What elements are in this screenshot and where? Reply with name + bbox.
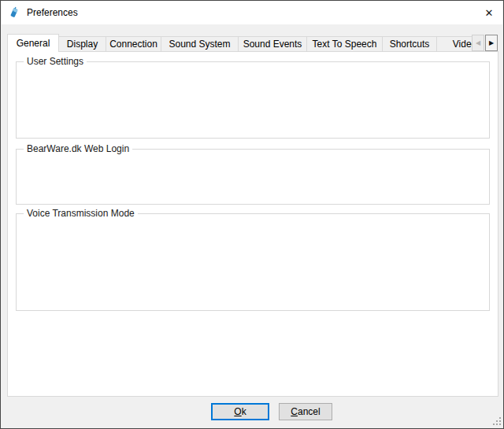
tab-text-to-speech[interactable]: Text To Speech bbox=[306, 36, 383, 52]
close-button[interactable]: ✕ bbox=[476, 1, 502, 24]
tab-display[interactable]: Display bbox=[58, 36, 106, 52]
tab-connection[interactable]: Connection bbox=[106, 36, 161, 52]
tab-shortcuts[interactable]: Shortcuts bbox=[382, 36, 437, 52]
tab-video[interactable]: Video bbox=[436, 36, 472, 52]
group-voice-transmission: Voice Transmission Mode bbox=[16, 213, 490, 311]
preferences-dialog: Preferences ✕ General Display Connection… bbox=[0, 0, 504, 429]
group-title-voice-transmission: Voice Transmission Mode bbox=[24, 208, 138, 219]
cancel-button[interactable]: Cancel bbox=[279, 403, 332, 420]
window-title: Preferences bbox=[27, 7, 78, 18]
ok-button[interactable]: Ok bbox=[211, 403, 269, 420]
group-web-login: BearWare.dk Web Login bbox=[16, 149, 490, 205]
tab-bar: General Display Connection Sound System … bbox=[7, 34, 472, 52]
chevron-right-icon: ▶ bbox=[489, 39, 494, 46]
group-title-web-login: BearWare.dk Web Login bbox=[24, 143, 132, 154]
tab-general[interactable]: General bbox=[7, 34, 59, 52]
tab-sound-events[interactable]: Sound Events bbox=[238, 36, 307, 52]
teamtalk-app-icon bbox=[8, 6, 20, 19]
resize-grip[interactable] bbox=[492, 417, 501, 426]
tab-scroll-left-button[interactable]: ◀ bbox=[472, 35, 484, 51]
tab-sound-system[interactable]: Sound System bbox=[161, 36, 239, 52]
group-user-settings: User Settings bbox=[16, 61, 490, 139]
tab-scroll-right-button[interactable]: ▶ bbox=[485, 35, 498, 51]
close-icon: ✕ bbox=[485, 7, 494, 19]
group-title-user-settings: User Settings bbox=[24, 56, 87, 67]
title-bar: Preferences ✕ bbox=[2, 1, 502, 24]
chevron-left-icon: ◀ bbox=[476, 39, 480, 46]
